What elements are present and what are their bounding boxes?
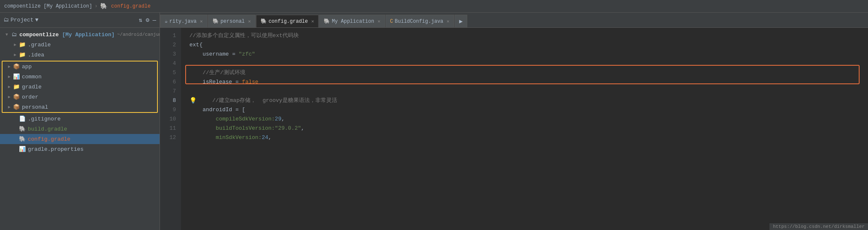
code-token-12-2: 24	[262, 133, 269, 142]
code-token-6-2: false	[242, 78, 258, 87]
tree-label-gitignore: .gitignore	[28, 116, 61, 122]
module-icon-order: 📦	[13, 94, 20, 100]
code-line-6: isRelease = false	[189, 78, 868, 87]
tree-arrow-personal: ▶	[6, 104, 13, 110]
code-token-10-2: 29	[275, 115, 282, 124]
tree-item-order[interactable]: ▶ 📦 order	[3, 92, 157, 102]
code-line-2: ext{	[189, 40, 868, 50]
tab-personal[interactable]: 🐘 personal ✕	[208, 15, 256, 27]
tree-item-gradle-properties[interactable]: 📊 gradle.properties	[0, 144, 160, 154]
module-icon-common: 📊	[13, 73, 20, 80]
line-num-4: 4	[160, 59, 181, 68]
folder-icon-gradle-module: 📁	[13, 83, 20, 90]
tab-more[interactable]: ▶	[455, 15, 467, 27]
minimize-icon[interactable]: —	[153, 17, 156, 24]
settings-icon[interactable]: ⚙	[146, 16, 149, 24]
tree-item-gradle-module[interactable]: ▶ 📁 gradle	[3, 82, 157, 92]
tree-label-build-gradle: build.gradle	[28, 126, 67, 132]
tree-item-personal[interactable]: ▶ 📦 personal	[3, 102, 157, 112]
code-token-5-1: //生产/测试环境	[189, 68, 245, 78]
url-text: https://blog.csdn.net/dirksmaller	[773, 224, 865, 229]
sidebar-toolbar-right: ⇅ ⚙ —	[139, 16, 156, 24]
tab-activity-java[interactable]: ☕ rity.java ✕	[160, 15, 208, 27]
tab-label-myapp: My Application	[332, 19, 374, 24]
tree-label-common: common	[22, 74, 42, 80]
tab-close-activity[interactable]: ✕	[200, 19, 203, 24]
code-line-8: 💡 //建立map存储， groovy是糖果语法，非常灵活	[189, 96, 868, 105]
code-content[interactable]: //添加多个自定义属性，可以使用ext代码块 ext{ username = "…	[181, 28, 868, 230]
code-line-9: androidId = [	[189, 105, 868, 115]
tab-close-personal[interactable]: ✕	[248, 19, 251, 24]
code-token-11-2: "29.0.2"	[275, 124, 301, 133]
code-token-3-2: "zfc"	[239, 50, 255, 59]
tab-buildconfig[interactable]: C BuildConfig.java ✕	[386, 15, 454, 27]
folder-icon-root: 🗂	[10, 32, 18, 38]
code-token-9-1: androidId = [	[189, 105, 245, 115]
tree-item-gradle-folder[interactable]: ▶ 📁 .gradle	[0, 40, 160, 50]
tabs-bar: ☕ rity.java ✕ 🐘 personal ✕ 🐘 config.grad…	[160, 13, 868, 28]
tree-label-order: order	[22, 94, 38, 100]
code-token-11-1: buildToolsVersion:	[189, 124, 275, 133]
code-token-12-1: minSdkVersion:	[189, 133, 262, 142]
tab-icon-activity: ☕	[165, 18, 168, 24]
tab-close-buildconfig[interactable]: ✕	[447, 19, 450, 24]
sort-icon[interactable]: ⇅	[139, 16, 142, 24]
breadcrumb: compoentlize [My Application] › 🐘 config…	[4, 3, 151, 10]
sidebar-tree: ▼ 🗂 compoentlize [My Application] ~/andr…	[0, 28, 160, 230]
code-token-11-3: ,	[301, 124, 304, 133]
line-num-3: 3	[160, 50, 181, 59]
tab-close-config[interactable]: ✕	[312, 19, 314, 24]
line-num-11: 11	[160, 124, 181, 133]
folder-icon-gradle: 📁	[19, 41, 26, 48]
code-token-1-1: //添加多个自定义属性，可以使用ext代码块	[189, 31, 299, 40]
tree-arrow-app: ▶	[6, 64, 13, 69]
tab-config-gradle[interactable]: 🐘 config.gradle ✕	[256, 15, 319, 27]
code-line-10: compileSdkVersion:29,	[189, 115, 868, 124]
tree-arrow-root: ▼	[3, 32, 10, 37]
module-icon-app: 📦	[13, 63, 20, 70]
tree-item-common[interactable]: ▶ 📊 common	[3, 72, 157, 82]
line-num-2: 2	[160, 40, 181, 50]
code-line-5: //生产/测试环境	[189, 68, 868, 78]
tree-item-root[interactable]: ▼ 🗂 compoentlize [My Application] ~/andr…	[0, 29, 160, 40]
code-token-10-1: compileSdkVersion:	[189, 115, 275, 124]
tree-arrow-gradle-module: ▶	[6, 84, 13, 89]
tab-icon-personal: 🐘	[213, 18, 219, 24]
tab-icon-myapp: 🐘	[324, 18, 330, 24]
tab-icon-buildconfig: C	[390, 19, 393, 24]
folder-icon-idea: 📁	[19, 51, 26, 58]
code-line-11: buildToolsVersion:"29.0.2",	[189, 124, 868, 133]
line-num-7: 7	[160, 87, 181, 96]
code-line-3: username = "zfc"	[189, 50, 868, 59]
tree-item-app[interactable]: ▶ 📦 app	[3, 62, 157, 72]
sidebar-dropdown-icon[interactable]: ▼	[35, 17, 39, 23]
tab-label-personal: personal	[221, 19, 245, 24]
code-token-8-1: //建立map存储， groovy是糖果语法，非常灵活	[199, 96, 337, 105]
tab-close-myapp[interactable]: ✕	[378, 19, 381, 24]
tree-item-config-gradle[interactable]: 🐘 config.gradle	[0, 134, 160, 144]
tree-arrow-idea: ▶	[12, 52, 19, 57]
code-token-2-1: ext{	[189, 40, 202, 50]
code-token-6-1: isRelease =	[189, 78, 242, 87]
tab-my-application[interactable]: 🐘 My Application ✕	[319, 15, 385, 27]
tree-arrow-order: ▶	[6, 94, 13, 99]
tab-label-config: config.gradle	[269, 19, 308, 24]
code-line-12: minSdkVersion:24,	[189, 133, 868, 142]
bulb-icon-8[interactable]: 💡	[189, 96, 197, 105]
editor-area: ☕ rity.java ✕ 🐘 personal ✕ 🐘 config.grad…	[160, 13, 868, 230]
url-bar: https://blog.csdn.net/dirksmaller	[769, 223, 868, 230]
breadcrumb-active: config.gradle	[111, 3, 151, 9]
highlighted-group: ▶ 📦 app ▶ 📊 common ▶ 📁 gradle	[2, 61, 158, 113]
breadcrumb-project: compoentlize [My Application]	[4, 3, 92, 9]
code-token-10-3: ,	[281, 115, 285, 124]
line-num-10: 10	[160, 115, 181, 124]
sidebar-folder-icon: 🗂	[3, 17, 9, 23]
tree-item-gitignore[interactable]: 📄 .gitignore	[0, 114, 160, 124]
tree-item-idea[interactable]: ▶ 📁 .idea	[0, 50, 160, 60]
tree-label-gradle-folder: .gradle	[28, 42, 51, 48]
tree-label-gradle-module: gradle	[22, 84, 42, 90]
code-token-12-3: ,	[268, 133, 272, 142]
code-token-4-1	[189, 59, 193, 68]
tree-item-build-gradle[interactable]: 🐘 build.gradle	[0, 124, 160, 134]
sidebar-title: Project	[11, 17, 34, 23]
